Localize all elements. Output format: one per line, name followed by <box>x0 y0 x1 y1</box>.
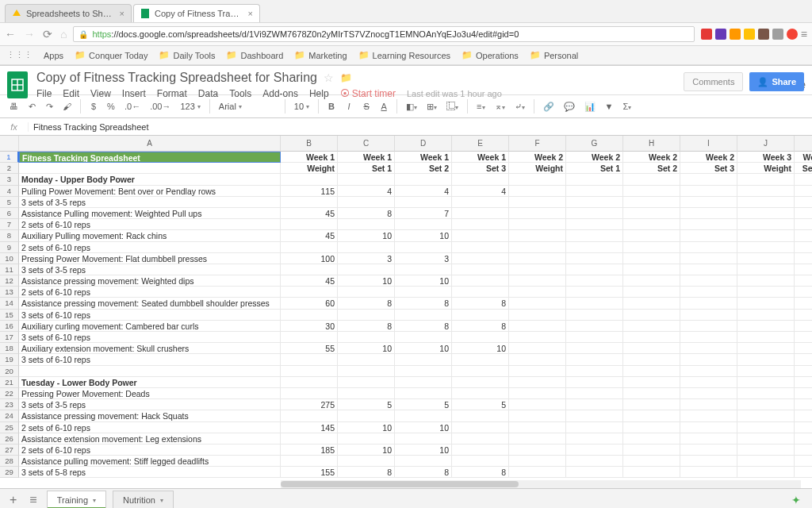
cell[interactable]: 8 <box>395 298 452 309</box>
cell[interactable] <box>795 253 812 264</box>
ext-icon[interactable] <box>758 29 769 40</box>
cell[interactable] <box>566 275 623 287</box>
cell[interactable]: 55 <box>281 343 338 354</box>
cell[interactable] <box>452 264 509 275</box>
cell[interactable] <box>338 219 395 230</box>
cell[interactable] <box>680 253 737 264</box>
cell[interactable] <box>737 399 795 410</box>
cell[interactable] <box>795 242 812 253</box>
cell[interactable] <box>566 366 623 377</box>
cell[interactable] <box>623 377 680 388</box>
cell[interactable]: 5 <box>338 399 395 410</box>
cell[interactable]: 10 <box>338 444 395 456</box>
cell[interactable] <box>281 433 338 444</box>
reload-icon[interactable]: ⟳ <box>43 28 52 40</box>
cell[interactable]: 10 <box>338 343 395 354</box>
cell[interactable]: Week 3 <box>737 152 795 163</box>
formula-input[interactable]: Fitness Tracking Spreadsheet <box>29 122 812 132</box>
row-header[interactable]: 7 <box>0 219 19 230</box>
cell[interactable]: 3 <box>395 253 452 264</box>
cell[interactable] <box>623 399 680 410</box>
cell[interactable]: 8 <box>395 467 452 478</box>
menu-file[interactable]: File <box>36 88 52 99</box>
column-header[interactable]: B <box>281 136 338 152</box>
cell[interactable]: 45 <box>281 230 338 241</box>
cell[interactable] <box>737 366 795 377</box>
print-icon[interactable]: 🖶 <box>6 99 21 114</box>
cell[interactable] <box>680 208 737 219</box>
cell[interactable]: Week 2 <box>566 152 623 163</box>
comment-icon[interactable]: 💬 <box>561 99 578 114</box>
cell[interactable]: Week 1 <box>338 152 395 163</box>
cell[interactable] <box>509 377 566 388</box>
cell[interactable] <box>623 388 680 399</box>
cell[interactable] <box>395 388 452 399</box>
browser-tab[interactable]: Spreadsheets to Share fo × <box>5 4 132 22</box>
close-icon[interactable]: × <box>248 9 253 18</box>
row-header[interactable]: 19 <box>0 354 19 365</box>
cell[interactable] <box>281 332 338 343</box>
cell[interactable]: 10 <box>338 422 395 433</box>
cell[interactable] <box>737 264 795 275</box>
cell[interactable] <box>623 298 680 309</box>
cell[interactable] <box>395 366 452 377</box>
cell[interactable] <box>395 197 452 208</box>
cell[interactable] <box>452 253 509 264</box>
row-header[interactable]: 3 <box>0 174 19 185</box>
bookmark-item[interactable]: 📁Conquer Today <box>75 50 147 60</box>
star-icon[interactable]: ☆ <box>324 71 334 84</box>
cell[interactable]: 2 sets of 6-10 reps <box>19 287 281 298</box>
cell[interactable] <box>452 197 509 208</box>
toggl-timer[interactable]: ⦿Start timer <box>340 88 396 99</box>
cell[interactable] <box>795 219 812 230</box>
cell[interactable] <box>338 388 395 399</box>
cell[interactable] <box>452 275 509 287</box>
sheet-tab[interactable]: Training▾ <box>47 491 106 508</box>
cell[interactable]: 60 <box>281 298 338 309</box>
cell[interactable] <box>566 444 623 456</box>
row-header[interactable]: 17 <box>0 332 19 343</box>
cell[interactable] <box>338 433 395 444</box>
cell[interactable] <box>680 287 737 298</box>
cell[interactable] <box>509 186 566 197</box>
cell[interactable]: 3 sets of 6-10 reps <box>19 310 281 321</box>
cell[interactable]: 3 sets of 3-5 reps <box>19 197 281 208</box>
cell[interactable]: 10 <box>338 275 395 287</box>
cell[interactable] <box>795 275 812 287</box>
cell[interactable] <box>566 399 623 410</box>
cell[interactable] <box>566 208 623 219</box>
cell[interactable] <box>395 433 452 444</box>
cell[interactable] <box>452 433 509 444</box>
cell[interactable] <box>509 433 566 444</box>
cell[interactable] <box>281 174 338 185</box>
decimal-inc-icon[interactable]: .00→ <box>147 99 174 114</box>
cell[interactable] <box>680 444 737 456</box>
cell[interactable] <box>795 343 812 354</box>
cell[interactable] <box>795 321 812 332</box>
cell[interactable]: Set 2 <box>623 163 680 174</box>
row-header[interactable]: 13 <box>0 287 19 298</box>
cell[interactable] <box>566 467 623 478</box>
cell[interactable] <box>737 343 795 354</box>
cell[interactable] <box>395 219 452 230</box>
cell[interactable]: 3 sets of 3-5 reps <box>19 399 281 410</box>
ext-icon[interactable] <box>744 29 755 40</box>
cell[interactable] <box>623 253 680 264</box>
cell[interactable] <box>509 354 566 365</box>
bookmark-item[interactable]: Apps <box>44 51 63 60</box>
cell[interactable] <box>338 197 395 208</box>
cell[interactable] <box>680 321 737 332</box>
cell[interactable] <box>338 242 395 253</box>
cell[interactable] <box>452 287 509 298</box>
sheet-tab[interactable]: Nutrition▾ <box>113 491 174 508</box>
share-button[interactable]: 👤Share <box>749 72 804 91</box>
cell[interactable] <box>680 219 737 230</box>
column-header[interactable]: I <box>680 136 737 152</box>
cell[interactable] <box>680 332 737 343</box>
cell[interactable] <box>395 377 452 388</box>
row-header[interactable]: 5 <box>0 197 19 208</box>
cell[interactable]: 45 <box>281 208 338 219</box>
cell[interactable] <box>737 208 795 219</box>
column-header[interactable]: H <box>623 136 680 152</box>
cell[interactable] <box>566 264 623 275</box>
